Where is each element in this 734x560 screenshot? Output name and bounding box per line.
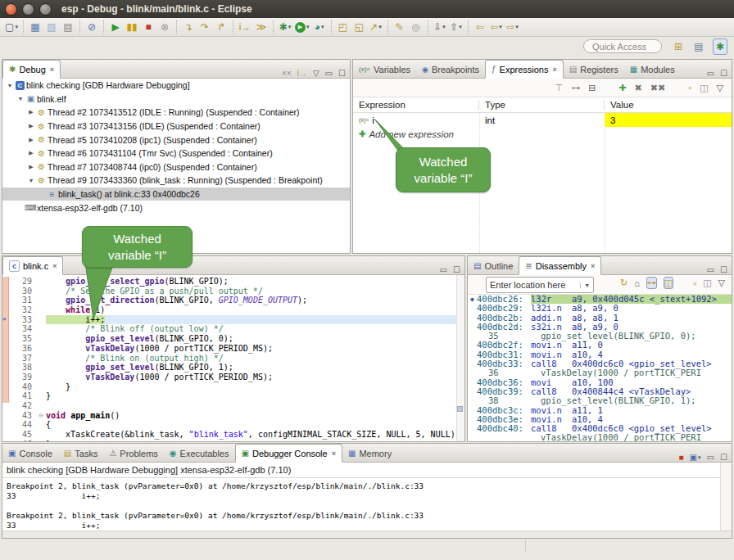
minimize-button[interactable]: ▭ bbox=[707, 265, 714, 274]
tab-debug[interactable]: ✱ Debug × bbox=[2, 60, 61, 79]
chevron-down-icon[interactable]: ▾ bbox=[499, 24, 502, 30]
collapsed-icon[interactable]: ▶ bbox=[27, 109, 35, 115]
step-over-button[interactable]: ↷ bbox=[198, 20, 211, 34]
chevron-down-icon[interactable]: ▾ bbox=[378, 24, 382, 30]
disassembly-row[interactable]: 38gpio_set_level(BLINK_GPIO, 1); bbox=[468, 396, 732, 405]
code-line[interactable]: 44{ bbox=[8, 420, 456, 430]
profile-button[interactable]: ◕▾ bbox=[313, 20, 326, 34]
suspend-button[interactable]: ▮▮ bbox=[125, 20, 138, 34]
step-return-button[interactable]: ↱ bbox=[215, 20, 228, 34]
line-number[interactable]: 29 bbox=[8, 277, 36, 287]
chevron-down-icon[interactable]: ▾ bbox=[306, 24, 310, 30]
location-combo[interactable]: Enter location here ▼ bbox=[486, 277, 594, 293]
line-number[interactable]: 41 bbox=[8, 391, 36, 401]
line-number[interactable]: 39 bbox=[8, 373, 36, 382]
code-line[interactable]: 32 while(1) bbox=[8, 305, 456, 315]
line-number[interactable]: 44 bbox=[8, 420, 36, 430]
sync-with-context-button[interactable]: ⊶ bbox=[646, 277, 657, 289]
chevron-down-icon[interactable]: ▾ bbox=[321, 24, 324, 30]
mark-occurrences-button[interactable]: ✎ bbox=[393, 20, 406, 34]
show-source-button[interactable]: ◫ bbox=[664, 277, 673, 289]
tab-problems[interactable]: ⚠Problems bbox=[103, 445, 163, 462]
code-line[interactable]: 42 bbox=[8, 401, 456, 411]
code-line[interactable]: 35 gpio_set_level(BLINK_GPIO, 0); bbox=[8, 334, 456, 344]
instruction-stepping-mode-button[interactable]: i→ bbox=[297, 69, 307, 78]
line-number[interactable]: 37 bbox=[8, 354, 36, 364]
debug-perspective-button[interactable]: ✱ bbox=[713, 38, 727, 55]
tab-registers[interactable]: ▤Registers bbox=[564, 61, 624, 78]
expression-row[interactable]: (x)=iint3 bbox=[353, 113, 732, 127]
code-line[interactable]: 39 vTaskDelay(1000 / portTICK_PERIOD_MS)… bbox=[8, 373, 456, 382]
terminate-console-button[interactable]: ■ bbox=[679, 453, 684, 462]
close-icon[interactable]: × bbox=[552, 65, 556, 74]
tree-item[interactable]: ▼Cblink checking [GDB Hardware Debugging… bbox=[2, 79, 350, 93]
maximize-button[interactable]: ☐ bbox=[720, 453, 727, 462]
forward-button[interactable]: ⇨▾ bbox=[506, 20, 519, 34]
add-expression-button[interactable]: ✚ bbox=[618, 83, 626, 93]
add-expression-row[interactable]: ✚Add new expression bbox=[353, 127, 732, 141]
chevron-down-icon[interactable]: ▾ bbox=[515, 24, 519, 30]
print-button[interactable]: ▤ bbox=[61, 20, 75, 34]
code-line[interactable]: 45 xTaskCreate(&blink_task, "blink_task"… bbox=[8, 430, 456, 440]
tree-item[interactable]: ▼⚙Thread #9 1073433360 (blink_task : Run… bbox=[2, 174, 350, 187]
home-button[interactable]: ⌂ bbox=[634, 278, 640, 288]
display-selected-console-button[interactable]: ▣▾ bbox=[690, 453, 701, 462]
show-logical-structures-button[interactable]: ⊶ bbox=[571, 83, 580, 93]
step-filters-button[interactable]: ≫ bbox=[255, 20, 268, 34]
line-number[interactable]: 35 bbox=[8, 334, 36, 344]
tree-item[interactable]: ▶⚙Thread #7 1073408744 (ipc0) (Suspended… bbox=[2, 160, 350, 174]
skip-all-breakpoints-button[interactable]: ⊘ bbox=[85, 20, 98, 34]
window-close-button[interactable] bbox=[5, 3, 17, 16]
close-icon[interactable]: × bbox=[332, 449, 336, 458]
code-line[interactable]: 30 /* Set the GPIO as a push/pull output… bbox=[8, 287, 456, 296]
tab-executables[interactable]: ◉Executables bbox=[164, 445, 235, 462]
view-menu-button[interactable]: ▽ bbox=[717, 83, 723, 93]
expanded-icon[interactable]: ▼ bbox=[16, 96, 25, 102]
cpp-perspective-button[interactable]: ▤ bbox=[692, 39, 705, 54]
open-new-view-button[interactable]: ◫ bbox=[700, 83, 708, 93]
type-cell[interactable]: int bbox=[479, 113, 605, 127]
line-number[interactable]: 43 bbox=[8, 411, 36, 421]
tree-item[interactable]: ⌨xtensa-esp32-elf-gdb (7.10) bbox=[2, 201, 350, 215]
console-hscroll[interactable] bbox=[2, 531, 732, 538]
column-expression[interactable]: Expression bbox=[353, 100, 479, 110]
tab-disassembly[interactable]: ≣Disassembly× bbox=[519, 256, 601, 275]
maximize-button[interactable]: ☐ bbox=[453, 265, 460, 274]
chevron-down-icon[interactable]: ▾ bbox=[442, 24, 446, 30]
open-perspective-button[interactable]: ⊞ bbox=[672, 39, 685, 54]
code-line[interactable]: 36 vTaskDelay(1000 / portTICK_PERIOD_MS)… bbox=[8, 344, 456, 354]
column-value[interactable]: Value bbox=[605, 100, 732, 110]
close-icon[interactable]: × bbox=[52, 262, 57, 270]
value-cell[interactable]: 3 bbox=[605, 113, 732, 127]
tree-item[interactable]: ▶⚙Thread #5 1073410208 (ipc1) (Suspended… bbox=[2, 133, 350, 147]
run-button[interactable]: ▶▾ bbox=[295, 20, 310, 34]
disassembly-row[interactable]: vTaskDelay(1000 / portTICK_PERI bbox=[468, 433, 732, 442]
debug-button[interactable]: ✱▾ bbox=[279, 20, 292, 34]
quick-access-input[interactable]: Quick Access bbox=[583, 39, 662, 53]
save-all-button[interactable]: ▧ bbox=[45, 20, 58, 34]
open-resource-button[interactable]: ◱ bbox=[353, 20, 366, 34]
code-line[interactable]: 46} bbox=[8, 440, 456, 442]
chevron-down-icon[interactable]: ▾ bbox=[459, 24, 462, 30]
maximize-button[interactable]: ☐ bbox=[338, 69, 346, 78]
location-input[interactable]: Enter location here bbox=[487, 280, 580, 290]
collapsed-icon[interactable]: ▶ bbox=[27, 137, 35, 143]
collapsed-icon[interactable]: ▶ bbox=[27, 123, 35, 129]
expanded-icon[interactable]: ▼ bbox=[27, 178, 35, 183]
line-number[interactable]: 45 bbox=[8, 430, 36, 440]
tab-outline[interactable]: ▤Outline bbox=[468, 257, 519, 274]
line-number[interactable]: 38 bbox=[8, 363, 36, 373]
maximize-button[interactable]: ☐ bbox=[720, 69, 727, 78]
view-menu-button[interactable]: ▽ bbox=[313, 69, 319, 78]
view-menu-button[interactable]: ▽ bbox=[718, 278, 725, 288]
code-line[interactable]: 34 /* Blink off (output low) */ bbox=[8, 324, 456, 334]
line-number[interactable]: 42 bbox=[8, 401, 36, 411]
instruction-pointer-icon[interactable]: ➜ bbox=[2, 315, 6, 323]
window-minimize-button[interactable] bbox=[22, 3, 34, 16]
close-icon[interactable]: × bbox=[50, 65, 54, 74]
code-line[interactable]: 29 gpio_pad_select_gpio(BLINK_GPIO); bbox=[8, 277, 456, 287]
line-number[interactable]: 46 bbox=[8, 440, 36, 442]
tab-memory[interactable]: ▦Memory bbox=[342, 445, 397, 462]
window-maximize-button[interactable] bbox=[39, 3, 52, 16]
close-icon[interactable]: × bbox=[591, 262, 595, 270]
